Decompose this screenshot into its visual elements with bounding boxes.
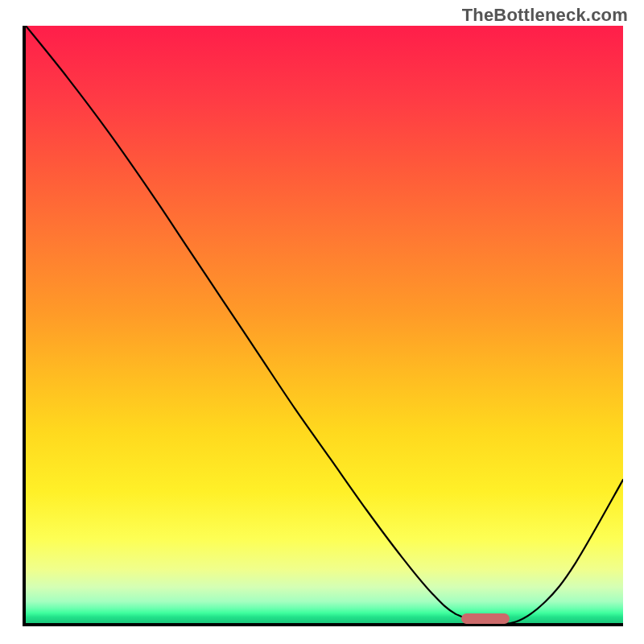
curve-line <box>26 26 623 623</box>
optimal-range-marker <box>461 613 510 624</box>
chart-plot-area <box>23 26 623 626</box>
watermark-text: TheBottleneck.com <box>462 5 628 26</box>
